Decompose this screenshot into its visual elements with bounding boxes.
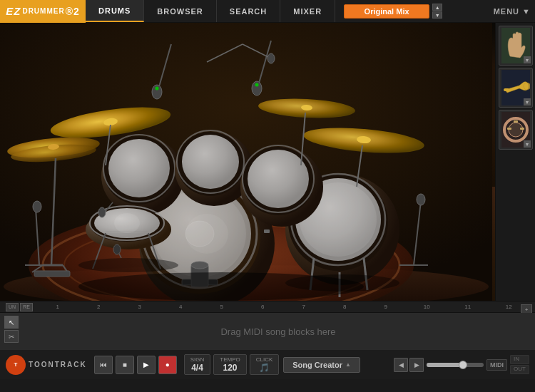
in-button[interactable]: IN	[510, 355, 529, 364]
svg-point-89	[524, 83, 530, 90]
undo-redo-area: UN RE	[6, 303, 33, 311]
rewind-button[interactable]: ⏮	[94, 356, 113, 374]
volume-slider-thumb[interactable]	[459, 361, 467, 369]
right-panel: ▼ ▼	[495, 23, 535, 301]
timeline: UN RE 1 2 3 4 5 6 7 8 9 10 11 12 + -	[0, 301, 535, 349]
ruler-num-2: 2	[78, 304, 120, 310]
svg-rect-56	[34, 271, 70, 277]
svg-rect-13	[264, 229, 270, 233]
sign-label: Sign	[190, 356, 205, 363]
bottom-bar: T TOONTRACK ⏮ ■ ▶ ● Sign 4/4 Tempo 120 C…	[0, 349, 535, 379]
ruler-num-5: 5	[201, 304, 243, 310]
logo-2-text: ®2	[66, 6, 80, 17]
click-label: Click	[256, 356, 273, 363]
click-block[interactable]: Click 🎵	[250, 354, 280, 375]
svg-point-76	[33, 201, 41, 212]
play-button[interactable]: ▶	[137, 356, 156, 374]
preset-arrows: ▲ ▼	[432, 4, 442, 19]
svg-point-82	[285, 274, 399, 292]
volume-left-arrow[interactable]: ◀	[394, 358, 408, 372]
ruler-num-11: 11	[447, 304, 489, 310]
ruler-num-9: 9	[365, 304, 407, 310]
svg-rect-96	[514, 120, 518, 123]
song-creator-arrow-up: ▲	[345, 361, 351, 368]
timeline-ruler: 1 2 3 4 5 6 7 8 9 10 11 12	[37, 301, 529, 312]
in-out-area: IN OUT	[510, 355, 529, 374]
timeline-header: UN RE 1 2 3 4 5 6 7 8 9 10 11 12 + -	[0, 301, 535, 313]
undo-button[interactable]: UN	[6, 303, 19, 311]
preset-area: Original Mix ▲ ▼	[344, 4, 442, 19]
toontrack-logo: T TOONTRACK	[6, 355, 87, 375]
tempo-value[interactable]: 120	[220, 363, 240, 373]
thumbnail-trumpet[interactable]: ▼	[499, 68, 533, 108]
thumbnail-hand[interactable]: ▼	[499, 26, 533, 66]
svg-rect-90	[504, 88, 509, 91]
svg-point-70	[113, 244, 121, 254]
ruler-numbers: 1 2 3 4 5 6 7 8 9 10 11 12	[37, 304, 529, 310]
ruler-num-10: 10	[407, 304, 448, 310]
volume-arrows: ◀ ▶	[394, 358, 424, 372]
ruler-num-8: 8	[325, 304, 366, 310]
svg-point-81	[78, 258, 178, 272]
tools-left: ↖ ✂	[4, 316, 19, 343]
svg-point-36	[248, 150, 309, 208]
svg-point-83	[185, 214, 228, 254]
tab-drums[interactable]: DRUMS	[86, 0, 144, 22]
ruler-num-4: 4	[160, 304, 202, 310]
volume-right-arrow[interactable]: ▶	[409, 358, 424, 372]
top-nav: EZ DRUMMER ®2 DRUMS BROWSER SEARCH MIXER…	[0, 0, 535, 23]
svg-point-85	[156, 87, 159, 91]
tab-browser[interactable]: BROWSER	[144, 0, 216, 22]
ruler-num-7: 7	[283, 304, 325, 310]
thumb-down-arrow-1: ▼	[524, 56, 531, 63]
sign-value: 4/4	[190, 363, 205, 373]
menu-button[interactable]: MENU ▼	[494, 7, 531, 16]
svg-point-84	[114, 213, 140, 233]
midi-button[interactable]: MIDI	[486, 359, 507, 371]
preset-up-arrow[interactable]: ▲	[432, 4, 442, 11]
scissors-tool[interactable]: ✂	[4, 330, 19, 343]
drag-hint-text: Drag MIDI song blocks here	[43, 326, 514, 337]
preset-down-arrow[interactable]: ▼	[432, 11, 442, 19]
toontrack-circle: T	[6, 355, 26, 375]
song-creator-button[interactable]: Song Creator ▲	[283, 357, 360, 373]
drum-area: ▼ ▼	[0, 23, 535, 301]
tab-mixer[interactable]: MIXER	[280, 0, 335, 22]
volume-area: ◀ ▶ MIDI IN OUT	[394, 355, 529, 374]
toontrack-text: TOONTRACK	[29, 361, 87, 368]
ruler-num-1: 1	[37, 304, 78, 310]
drum-kit-svg	[0, 23, 492, 301]
preset-name[interactable]: Original Mix	[344, 4, 429, 19]
svg-point-68	[98, 207, 106, 217]
tempo-block: Tempo 120	[213, 354, 246, 375]
ruler-num-6: 6	[243, 304, 284, 310]
ruler-num-3: 3	[119, 304, 160, 310]
volume-slider-fill	[427, 363, 461, 367]
tab-search[interactable]: SEARCH	[217, 0, 280, 22]
svg-rect-94	[507, 128, 511, 130]
app-logo: EZ DRUMMER ®2	[0, 0, 86, 23]
svg-point-86	[255, 83, 259, 87]
song-creator-label: Song Creator	[292, 361, 342, 369]
info-blocks: Sign 4/4 Tempo 120 Click 🎵	[184, 354, 280, 375]
thumb-down-arrow-2: ▼	[524, 98, 531, 105]
time-signature-block: Sign 4/4	[184, 354, 211, 375]
thumbnail-tambourine[interactable]: ▼	[499, 110, 533, 150]
svg-point-79	[268, 53, 275, 63]
svg-point-32	[182, 135, 239, 189]
svg-point-73	[417, 194, 425, 205]
stop-button[interactable]: ■	[116, 356, 134, 374]
record-button[interactable]: ●	[158, 356, 177, 374]
timeline-body: ↖ ✂ Drag MIDI song blocks here	[0, 313, 535, 350]
nav-tabs: DRUMS BROWSER SEARCH MIXER	[86, 0, 335, 22]
svg-point-17	[191, 262, 208, 269]
out-button[interactable]: OUT	[510, 365, 529, 374]
volume-slider[interactable]	[427, 363, 484, 367]
transport-buttons: ⏮ ■ ▶ ●	[94, 356, 177, 374]
svg-rect-95	[520, 128, 524, 130]
cursor-tool[interactable]: ↖	[4, 316, 19, 329]
svg-point-28	[108, 139, 170, 197]
tempo-label: Tempo	[220, 356, 240, 363]
redo-button[interactable]: RE	[20, 303, 33, 311]
thumb-down-arrow-3: ▼	[524, 140, 531, 148]
